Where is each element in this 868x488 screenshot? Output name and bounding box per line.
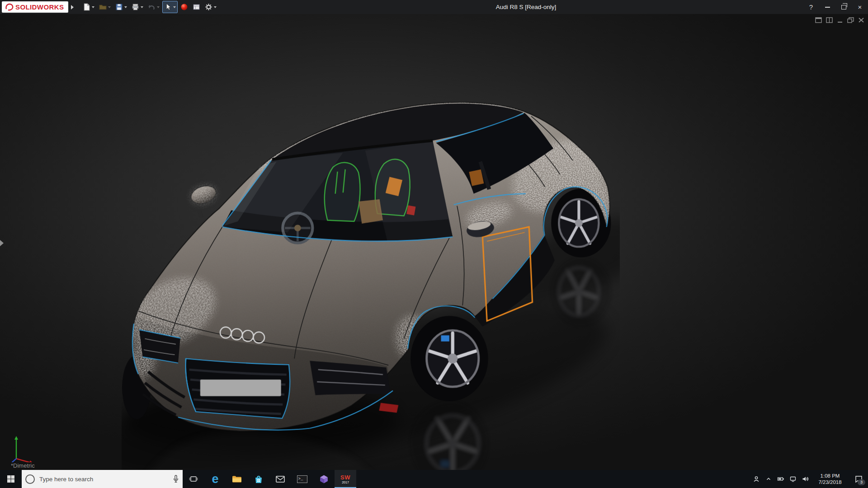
window-controls: ? × xyxy=(803,0,868,14)
doc-tile-icon[interactable] xyxy=(826,17,833,23)
feature-tree-flyout-arrow[interactable] xyxy=(0,240,4,246)
chevron-up-icon xyxy=(765,476,772,482)
minimize-icon xyxy=(825,7,830,8)
dropdown-caret[interactable] xyxy=(173,6,176,8)
new-document-icon xyxy=(83,3,90,11)
menu-flyout-arrow[interactable] xyxy=(68,1,76,13)
clock-time: 1:08 PM xyxy=(811,473,849,479)
dropdown-caret[interactable] xyxy=(92,6,94,8)
orientation-triad[interactable] xyxy=(9,432,38,462)
save-icon xyxy=(115,3,123,11)
clock-date: 7/23/2018 xyxy=(811,479,849,485)
dropdown-caret[interactable] xyxy=(157,6,160,8)
restore-icon xyxy=(841,5,846,9)
store-icon xyxy=(254,474,264,484)
appearance-button[interactable] xyxy=(179,1,190,13)
taskbar-app-store[interactable] xyxy=(248,470,269,488)
taskbar-search[interactable] xyxy=(22,470,183,488)
action-center-button[interactable]: 3 xyxy=(849,470,868,488)
volume-button[interactable] xyxy=(799,470,811,488)
microphone-icon[interactable] xyxy=(173,475,179,483)
tray-overflow-button[interactable] xyxy=(762,470,774,488)
new-document-button[interactable] xyxy=(81,1,96,13)
volume-icon xyxy=(802,475,809,483)
taskbar: e >_ xyxy=(0,470,868,488)
console-icon: >_ xyxy=(297,475,307,483)
taskbar-app-edge[interactable]: e xyxy=(204,470,226,488)
appearance-sphere-icon xyxy=(180,3,188,11)
graphics-viewport[interactable]: *Dimetric xyxy=(0,14,868,470)
quick-access-toolbar xyxy=(81,1,218,13)
taskbar-app-3d-viewer[interactable] xyxy=(313,470,335,488)
ds-logo-icon xyxy=(5,3,14,12)
taskbar-app-file-explorer[interactable] xyxy=(226,470,248,488)
document-title: Audi R8 S [Read-only] xyxy=(496,4,557,10)
people-icon xyxy=(753,475,760,483)
solidworks-2017-icon: SW 2017 xyxy=(340,474,350,484)
undo-button[interactable] xyxy=(146,1,161,13)
battery-icon xyxy=(777,475,784,483)
gear-icon xyxy=(205,3,212,11)
battery-button[interactable] xyxy=(774,470,787,488)
taskbar-app-solidworks[interactable]: SW 2017 xyxy=(335,470,356,488)
taskbar-clock[interactable]: 1:08 PM 7/23/2018 xyxy=(811,473,849,485)
display-settings-button[interactable] xyxy=(191,1,202,13)
document-window-controls xyxy=(815,17,864,23)
notification-badge: 3 xyxy=(858,479,865,485)
people-button[interactable] xyxy=(750,470,762,488)
open-folder-icon xyxy=(99,3,107,11)
help-button[interactable]: ? xyxy=(803,0,819,14)
save-button[interactable] xyxy=(113,1,129,13)
network-button[interactable] xyxy=(787,470,799,488)
doc-minimize-icon[interactable] xyxy=(837,17,843,23)
license-plate-blank xyxy=(200,380,281,396)
minimize-button[interactable] xyxy=(819,0,835,14)
solidworks-window: SOLIDWORKS xyxy=(0,0,868,488)
windshield[interactable] xyxy=(222,141,453,243)
dropdown-caret[interactable] xyxy=(214,6,217,8)
cube-icon xyxy=(319,474,329,484)
brand-wordmark: SOLIDWORKS xyxy=(15,3,64,11)
cortana-icon xyxy=(25,474,35,484)
doc-restore-icon[interactable] xyxy=(847,17,854,23)
taskbar-app-console[interactable]: >_ xyxy=(291,470,313,488)
open-button[interactable] xyxy=(97,1,113,13)
solidworks-logo[interactable]: SOLIDWORKS xyxy=(2,1,68,13)
close-button[interactable]: × xyxy=(852,0,868,14)
print-icon xyxy=(132,3,139,11)
titlebar: SOLIDWORKS xyxy=(0,0,868,14)
taskbar-app-task-view[interactable] xyxy=(183,470,204,488)
file-explorer-icon xyxy=(231,474,242,483)
edge-icon: e xyxy=(212,473,218,485)
doc-window-icon[interactable] xyxy=(815,17,822,23)
task-view-icon xyxy=(189,475,198,483)
dropdown-caret[interactable] xyxy=(141,6,143,8)
display-panel-icon xyxy=(193,3,200,11)
select-tool-button[interactable] xyxy=(162,1,178,13)
dropdown-caret[interactable] xyxy=(108,6,111,8)
start-button[interactable] xyxy=(0,470,22,488)
taskbar-app-mail[interactable] xyxy=(269,470,291,488)
windows-logo-icon xyxy=(7,475,15,483)
system-tray: 1:08 PM 7/23/2018 3 xyxy=(750,470,868,488)
undo-icon xyxy=(148,3,156,11)
dropdown-caret[interactable] xyxy=(124,6,127,8)
options-button[interactable] xyxy=(203,1,218,13)
doc-close-icon[interactable] xyxy=(858,17,864,23)
view-orientation-label: *Dimetric xyxy=(11,462,35,469)
print-button[interactable] xyxy=(130,1,145,13)
car-model[interactable] xyxy=(122,91,620,470)
select-cursor-icon xyxy=(164,3,172,11)
mail-icon xyxy=(275,475,285,483)
search-input[interactable] xyxy=(38,475,169,483)
network-icon xyxy=(789,475,797,483)
front-right-wheel[interactable] xyxy=(410,316,488,401)
mirror-left[interactable] xyxy=(189,183,218,217)
restore-button[interactable] xyxy=(835,0,852,14)
